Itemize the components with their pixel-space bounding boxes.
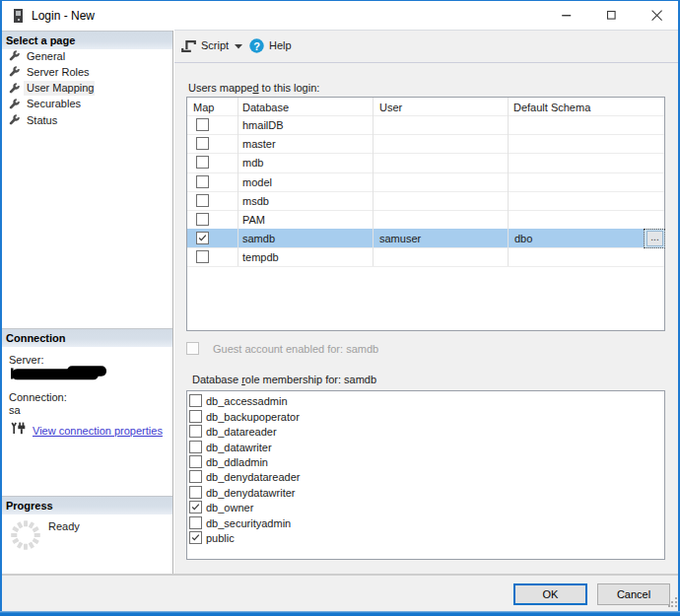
svg-text:?: ? (253, 40, 260, 52)
